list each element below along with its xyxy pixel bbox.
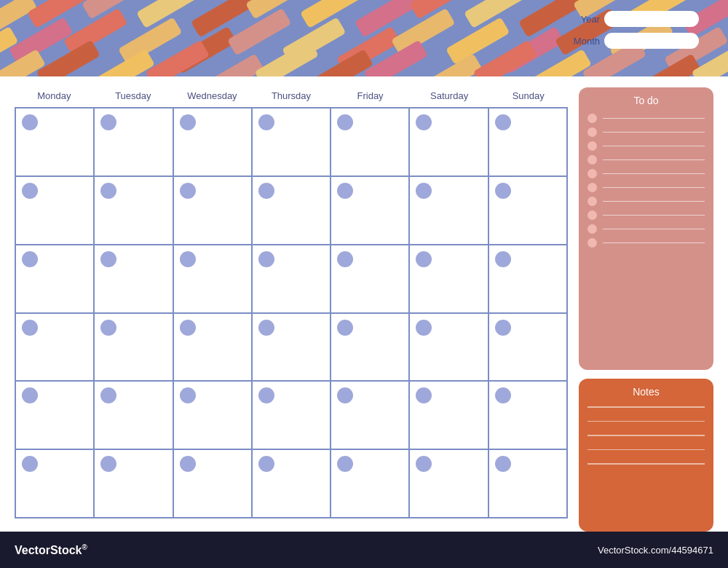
calendar-cell[interactable] <box>488 449 567 518</box>
todo-item[interactable] <box>587 169 705 178</box>
cell-dot <box>416 114 432 130</box>
calendar-cell[interactable] <box>409 176 488 245</box>
todo-item-line <box>603 159 705 161</box>
cell-dot <box>100 183 116 199</box>
sidebar: To do Notes <box>579 87 713 532</box>
cell-dot <box>100 114 116 130</box>
calendar-cell[interactable] <box>409 381 488 449</box>
calendar-cell[interactable] <box>15 313 94 382</box>
todo-item[interactable] <box>587 155 705 165</box>
month-input[interactable] <box>604 33 699 49</box>
cell-dot <box>258 183 274 199</box>
todo-item[interactable] <box>587 183 705 192</box>
calendar-cell[interactable] <box>173 381 252 449</box>
calendar-cell[interactable] <box>488 176 567 245</box>
calendar-cell[interactable] <box>409 245 488 313</box>
cell-dot <box>258 320 274 336</box>
calendar-cell[interactable] <box>173 313 252 382</box>
calendar-cell[interactable] <box>488 381 567 449</box>
todo-item-line <box>603 146 705 147</box>
notes-line <box>587 449 705 451</box>
cell-dot <box>495 456 511 472</box>
cell-dot <box>495 320 511 336</box>
cell-dot <box>495 183 511 199</box>
header-fields: Year Month <box>567 11 699 49</box>
cell-dot <box>416 456 432 472</box>
calendar-cell[interactable] <box>15 245 94 313</box>
calendar-section: Monday Tuesday Wednesday Thursday Friday… <box>15 87 568 532</box>
todo-item[interactable] <box>587 224 705 234</box>
cell-dot <box>258 251 274 267</box>
cell-dot <box>180 114 196 130</box>
calendar-cell[interactable] <box>252 176 331 245</box>
notes-box: Notes <box>579 379 713 532</box>
day-friday: Friday <box>331 87 410 104</box>
todo-item-dot <box>587 224 597 234</box>
calendar-cell[interactable] <box>15 381 94 449</box>
cell-dot <box>495 387 511 403</box>
calendar-cell[interactable] <box>94 108 173 176</box>
svg-rect-33 <box>255 40 319 76</box>
footer-url: VectorStock.com/44594671 <box>598 545 713 556</box>
calendar-cell[interactable] <box>409 108 488 176</box>
month-field-row: Month <box>567 33 699 49</box>
calendar-cell[interactable] <box>94 176 173 245</box>
todo-item[interactable] <box>587 114 705 123</box>
todo-item[interactable] <box>587 127 705 137</box>
calendar-cell[interactable] <box>94 245 173 313</box>
cell-dot <box>416 387 432 403</box>
todo-item[interactable] <box>587 210 705 220</box>
calendar-cell[interactable] <box>252 108 331 176</box>
calendar-cell[interactable] <box>252 381 331 449</box>
calendar-cell[interactable] <box>252 245 331 313</box>
calendar-cell[interactable] <box>173 449 252 518</box>
cell-dot <box>337 251 353 267</box>
calendar-cell[interactable] <box>331 381 409 449</box>
cell-dot <box>495 251 511 267</box>
cell-dot <box>258 456 274 472</box>
calendar-cell[interactable] <box>15 176 94 245</box>
calendar-cell[interactable] <box>488 245 567 313</box>
calendar-cell[interactable] <box>331 245 409 313</box>
todo-item[interactable] <box>587 141 705 151</box>
calendar-cell[interactable] <box>409 313 488 382</box>
calendar-cell[interactable] <box>173 108 252 176</box>
calendar-cell[interactable] <box>331 108 409 176</box>
main-content: Monday Tuesday Wednesday Thursday Friday… <box>0 76 728 543</box>
day-headers: Monday Tuesday Wednesday Thursday Friday… <box>15 87 568 104</box>
notes-line <box>587 435 705 436</box>
todo-item[interactable] <box>587 197 705 206</box>
todo-item-line <box>603 229 705 230</box>
day-wednesday: Wednesday <box>173 87 252 104</box>
calendar-cell[interactable] <box>331 176 409 245</box>
calendar-cell[interactable] <box>252 313 331 382</box>
cell-dot <box>22 320 38 336</box>
calendar-cell[interactable] <box>173 245 252 313</box>
calendar-cell[interactable] <box>15 449 94 518</box>
calendar-cell[interactable] <box>173 176 252 245</box>
calendar-cell[interactable] <box>331 313 409 382</box>
cell-dot <box>258 387 274 403</box>
cell-dot <box>180 183 196 199</box>
cell-dot <box>100 320 116 336</box>
calendar-cell[interactable] <box>252 449 331 518</box>
calendar-cell[interactable] <box>488 108 567 176</box>
todo-item[interactable] <box>587 238 705 248</box>
day-saturday: Saturday <box>410 87 489 104</box>
calendar-cell[interactable] <box>94 313 173 382</box>
calendar-cell[interactable] <box>409 449 488 518</box>
todo-item-line <box>603 242 705 244</box>
calendar-cell[interactable] <box>331 449 409 518</box>
year-input[interactable] <box>604 11 699 27</box>
calendar-cell[interactable] <box>15 108 94 176</box>
calendar-cell[interactable] <box>94 449 173 518</box>
todo-item-dot <box>587 155 597 165</box>
todo-item-dot <box>587 141 597 151</box>
cell-dot <box>180 456 196 472</box>
calendar-cell[interactable] <box>488 313 567 382</box>
cell-dot <box>337 114 353 130</box>
day-tuesday: Tuesday <box>94 87 173 104</box>
todo-item-dot <box>587 169 597 178</box>
year-label: Year <box>567 14 600 25</box>
calendar-cell[interactable] <box>94 381 173 449</box>
